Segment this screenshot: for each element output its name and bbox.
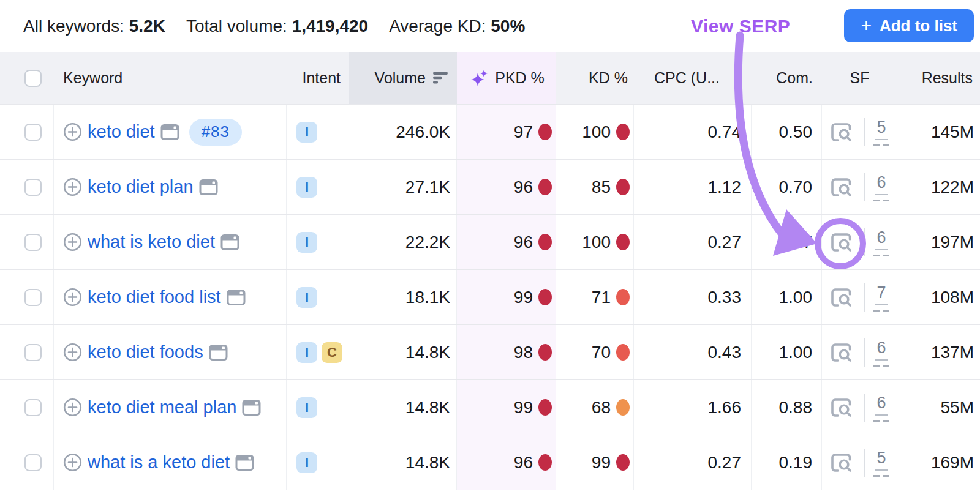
intent-badge-informational[interactable]: I [296, 342, 317, 363]
view-serp-icon[interactable] [829, 397, 855, 419]
table-row: keto diet meal plan I 14.8K 99 68 1.66 0… [0, 380, 980, 435]
add-keyword-icon[interactable] [63, 398, 82, 417]
cpc-value: 1.12 [634, 160, 752, 214]
table-row: keto diet foods I C 14.8K 98 70 0.43 1.0… [0, 325, 980, 380]
serp-snapshot-icon[interactable] [235, 454, 254, 471]
add-keyword-icon[interactable] [63, 288, 82, 307]
serp-snapshot-icon[interactable] [199, 179, 218, 196]
keyword-link[interactable]: keto diet foods [88, 342, 203, 362]
column-header-volume[interactable]: Volume [349, 52, 457, 104]
column-header-pkd[interactable]: PKD % [457, 52, 556, 104]
row-checkbox[interactable] [24, 124, 42, 141]
serp-snapshot-icon[interactable] [242, 399, 261, 416]
serp-snapshot-icon[interactable] [160, 124, 179, 141]
sf-dash [873, 420, 889, 422]
keyword-link[interactable]: keto diet plan [88, 177, 194, 197]
row-checkbox[interactable] [24, 344, 42, 361]
results-value: 169M [897, 435, 980, 490]
kd-dot [616, 289, 630, 305]
intent-badge-informational[interactable]: I [296, 232, 317, 253]
pkd-value: 97 [514, 122, 533, 142]
sf-dash [873, 144, 889, 146]
serp-snapshot-icon[interactable] [209, 344, 228, 361]
com-value: 0.70 [752, 160, 822, 214]
intent-badge-informational[interactable]: I [296, 177, 317, 198]
column-header-keyword[interactable]: Keyword [54, 52, 287, 104]
add-keyword-icon[interactable] [63, 453, 82, 472]
results-value: 108M [897, 270, 980, 324]
cpc-value: 0.27 [634, 215, 752, 269]
sort-descending-icon [432, 71, 448, 85]
cpc-value: 0.27 [634, 435, 752, 490]
sf-count[interactable]: 6 [875, 228, 888, 250]
kd-dot [616, 234, 630, 250]
intent-badge-informational[interactable]: I [296, 287, 317, 308]
table-row: keto diet food list I 18.1K 99 71 0.33 1… [0, 270, 980, 325]
row-checkbox[interactable] [24, 289, 42, 306]
sf-count[interactable]: 6 [875, 338, 888, 361]
column-header-cpc[interactable]: CPC (U... [634, 52, 752, 104]
row-checkbox[interactable] [24, 234, 42, 251]
volume-value: 18.1K [349, 270, 457, 324]
view-serp-icon[interactable] [829, 286, 855, 308]
cell-divider [864, 338, 865, 367]
column-header-kd[interactable]: KD % [556, 52, 634, 104]
sf-count[interactable]: 5 [875, 449, 888, 471]
column-header-com[interactable]: Com. [752, 52, 822, 104]
serp-snapshot-icon[interactable] [221, 234, 239, 251]
intent-badge-informational[interactable]: I [296, 397, 317, 418]
pkd-value: 96 [514, 177, 533, 197]
add-to-list-button[interactable]: + Add to list [844, 9, 974, 42]
kd-dot [616, 344, 630, 361]
add-keyword-icon[interactable] [63, 343, 82, 362]
sf-count[interactable]: 6 [875, 394, 888, 416]
serp-snapshot-icon[interactable] [227, 289, 246, 306]
keyword-link[interactable]: what is keto diet [88, 232, 215, 252]
cpc-value: 0.43 [634, 325, 752, 379]
view-serp-icon[interactable] [829, 342, 855, 364]
results-value: 145M [897, 105, 980, 159]
volume-value: 22.2K [349, 215, 457, 269]
sf-count[interactable]: 6 [875, 173, 888, 195]
keyword-link[interactable]: keto diet [88, 122, 155, 142]
keyword-link[interactable]: keto diet meal plan [88, 397, 236, 417]
view-serp-icon[interactable] [829, 121, 855, 143]
volume-value: 14.8K [349, 380, 457, 435]
cpc-value: 0.74 [634, 105, 752, 159]
sf-count[interactable]: 7 [875, 283, 888, 305]
ai-sparkle-icon [469, 68, 489, 89]
com-value: 1.00 [752, 325, 822, 379]
view-serp-icon[interactable] [829, 452, 855, 474]
volume-value: 14.8K [349, 435, 457, 490]
keyword-link[interactable]: keto diet food list [88, 287, 221, 307]
intent-badge-commercial[interactable]: C [322, 342, 342, 363]
all-keywords-label: All keywords: [23, 17, 124, 36]
cell-divider [864, 449, 865, 477]
column-header-intent[interactable]: Intent [287, 52, 349, 104]
column-header-results[interactable]: Results [897, 52, 980, 104]
pkd-value: 96 [514, 233, 533, 252]
kd-dot [616, 454, 630, 471]
view-serp-icon-highlighted[interactable] [829, 231, 855, 253]
pkd-value: 96 [514, 453, 533, 473]
keyword-link[interactable]: what is a keto diet [88, 452, 230, 473]
position-badge[interactable]: #83 [189, 119, 242, 146]
add-keyword-icon[interactable] [63, 122, 82, 141]
row-checkbox[interactable] [24, 454, 42, 471]
row-checkbox[interactable] [24, 179, 42, 196]
column-header-sf[interactable]: SF [822, 52, 897, 104]
sf-count[interactable]: 5 [875, 118, 888, 140]
intent-badge-informational[interactable]: I [296, 452, 317, 473]
intent-badge-informational[interactable]: I [296, 122, 317, 143]
add-keyword-icon[interactable] [63, 177, 82, 196]
add-keyword-icon[interactable] [63, 233, 82, 252]
select-all-checkbox[interactable] [24, 70, 42, 87]
results-value: 197M [897, 215, 980, 269]
row-checkbox[interactable] [24, 399, 42, 416]
com-value: 0.88 [752, 380, 822, 435]
view-serp-icon[interactable] [829, 176, 855, 198]
pkd-value: 98 [514, 343, 533, 362]
kd-value: 70 [592, 343, 611, 362]
cell-divider [864, 394, 865, 422]
table-row: keto diet #83 I 246.0K 97 100 0.74 0.50 … [0, 105, 980, 160]
